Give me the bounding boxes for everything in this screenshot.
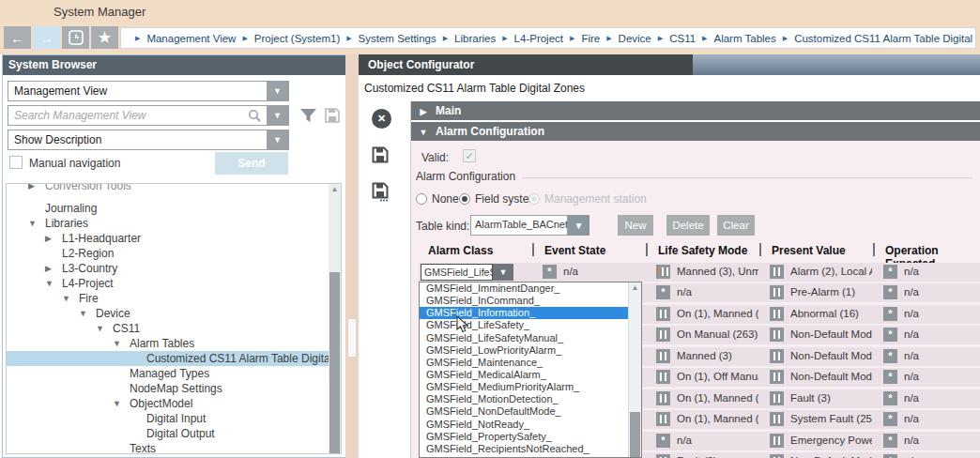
alarm-class-dropdown-button[interactable]: ▼ <box>493 264 513 281</box>
forward-button[interactable]: → <box>33 26 60 49</box>
asterisk-glyph: * <box>888 349 892 363</box>
radio-field-system[interactable] <box>459 193 470 205</box>
chevron-expanded-icon[interactable]: ▼ <box>113 396 121 411</box>
chevron-expanded-icon[interactable]: ▼ <box>113 336 121 351</box>
send-button[interactable]: Send <box>215 152 288 175</box>
breadcrumb-item[interactable]: Device <box>619 33 651 44</box>
chevron-expanded-icon[interactable]: ▼ <box>45 276 54 291</box>
dropdown-item[interactable]: GMSField_LowPriorityAlarm_ <box>420 344 641 357</box>
column-header[interactable]: Life Safety Mode <box>658 244 747 257</box>
breadcrumb-separator-icon: ▶ <box>702 35 707 42</box>
scroll-up-icon[interactable]: ▲ <box>629 282 641 294</box>
dropdown-item[interactable]: GMSField_MotionDetection_ <box>420 393 641 405</box>
radio-none[interactable] <box>416 193 427 205</box>
dropdown-scrollbar[interactable]: ▲ <box>628 282 641 457</box>
save-button[interactable] <box>371 145 390 164</box>
breadcrumb-item[interactable]: System Settings <box>359 33 436 44</box>
tree-item[interactable]: Texts <box>7 441 341 454</box>
tree-item[interactable]: Digital Input <box>7 411 341 426</box>
breadcrumb-item[interactable]: Management View <box>146 33 236 44</box>
dropdown-item[interactable]: GMSField_Information_ <box>420 307 641 319</box>
search-input[interactable]: Search Management View ▼ <box>8 105 289 126</box>
dropdown-item[interactable]: GMSField_Maintenance_ <box>420 357 641 369</box>
tree-item[interactable]: ▼Device <box>7 306 341 321</box>
tree-item[interactable]: ▼Fire <box>7 291 341 306</box>
chevron-collapsed-icon[interactable]: ▶ <box>28 183 35 193</box>
favorites-button[interactable]: ★ <box>91 26 118 49</box>
tree-item[interactable]: Managed Types <box>7 366 341 381</box>
breadcrumb-item[interactable]: Alarm Tables <box>713 33 775 44</box>
status-badge: * <box>656 434 670 448</box>
dropdown-item[interactable]: GMSField_PropertySafety_ <box>420 431 641 443</box>
filter-icon[interactable] <box>299 107 317 124</box>
splitter-grip[interactable] <box>348 319 356 357</box>
dropdown-item[interactable]: GMSField_ImminentDanger_ <box>420 282 641 295</box>
section-alarm-configuration[interactable]: ▼Alarm Configuration <box>411 122 980 141</box>
table-kind-dropdown-button[interactable]: ▼ <box>568 215 590 236</box>
dropdown-scrollbar-thumb[interactable] <box>630 412 640 458</box>
tree-item[interactable]: ▶Conversion Tools <box>7 183 341 193</box>
description-selector[interactable]: Show Description ▼ <box>8 130 289 150</box>
tree-scrollbar-thumb[interactable] <box>329 272 340 453</box>
new-button[interactable]: New <box>618 215 653 236</box>
scroll-up-icon[interactable]: ▲ <box>329 184 341 195</box>
chevron-expanded-icon[interactable]: ▼ <box>79 306 87 321</box>
manual-navigation-checkbox[interactable] <box>9 156 23 169</box>
section-main[interactable]: ▶Main <box>411 101 980 120</box>
valid-checkbox[interactable]: ✓ <box>463 149 476 162</box>
discard-button[interactable]: ✕ <box>372 109 391 129</box>
breadcrumb-item[interactable]: Fire <box>581 33 600 44</box>
tree-item[interactable]: NodeMap Settings <box>7 381 341 396</box>
dropdown-item[interactable]: GMSField_InCommand_ <box>420 295 641 307</box>
breadcrumb-item[interactable]: Project (System1) <box>254 33 340 44</box>
history-button[interactable] <box>62 26 89 49</box>
breadcrumb-item[interactable]: Customized CS11 Alarm Table Digital Zone… <box>794 33 976 44</box>
column-header[interactable]: Present Value <box>772 244 846 257</box>
tree-item[interactable]: ▼Alarm Tables <box>7 336 341 351</box>
chevron-collapsed-icon[interactable]: ▶ <box>45 261 52 276</box>
object-configurator-tab[interactable]: Object Configurator <box>359 54 693 75</box>
tree-item[interactable]: ▼L4-Project <box>7 276 341 291</box>
dropdown-item[interactable]: GMSField_LifeSafetyManual_ <box>420 332 641 344</box>
dropdown-item[interactable]: GMSField_MedicalAlarm_ <box>420 369 641 381</box>
dropdown-item[interactable]: GMSField_LifeSafety_ <box>420 319 641 331</box>
chevron-expanded-icon[interactable]: ▼ <box>28 216 37 231</box>
chevron-collapsed-icon[interactable]: ▶ <box>45 231 52 246</box>
chevron-down-icon[interactable]: ▼ <box>267 82 288 100</box>
tree-item[interactable]: Customized CS11 Alarm Table Digital Zone… <box>7 351 341 366</box>
save-as-button[interactable] <box>371 181 390 202</box>
clear-button[interactable]: Clear <box>717 215 755 236</box>
radio-dot <box>462 196 467 202</box>
save-filter-icon[interactable] <box>324 107 341 124</box>
tree-item[interactable]: L2-Region <box>7 246 341 261</box>
panel-splitter[interactable] <box>345 54 359 458</box>
breadcrumb-item[interactable]: Libraries <box>454 33 496 44</box>
tree-item[interactable]: ▼CS11 <box>7 321 341 336</box>
back-button[interactable]: ← <box>4 26 31 49</box>
delete-button[interactable]: Delete <box>666 215 710 236</box>
status-badge <box>770 349 784 363</box>
chevron-expanded-icon[interactable]: ▼ <box>62 291 70 306</box>
breadcrumb-item[interactable]: L4-Project <box>514 33 563 44</box>
column-header[interactable]: Event State <box>544 244 605 257</box>
chevron-expanded-icon[interactable]: ▼ <box>96 321 104 336</box>
chevron-down-icon[interactable]: ▼ <box>267 106 288 125</box>
dropdown-item[interactable]: GMSField_NonDefaultMode_ <box>420 405 641 418</box>
tree-item[interactable]: ▶L3-Country <box>7 261 341 276</box>
tree-item[interactable]: ▼ObjectModel <box>7 396 341 411</box>
tree-item[interactable]: Journaling <box>7 201 341 216</box>
tree-scrollbar[interactable]: ▲ <box>329 184 341 453</box>
dropdown-item[interactable]: GMSField_MediumPriorityAlarm_ <box>420 381 641 393</box>
tree-item[interactable]: ▶L1-Headquarter <box>7 231 341 246</box>
alarm-class-combo[interactable]: GMSField_LifeSafe <box>421 264 493 281</box>
column-header[interactable]: Alarm Class <box>428 244 493 257</box>
tree-item[interactable]: Digital Output <box>7 426 341 441</box>
table-row[interactable]: *n/a!Manned (3), UnmaAlarm (2), Local Al… <box>419 263 980 282</box>
dropdown-item[interactable]: GMSField_NotReady_ <box>420 419 641 431</box>
breadcrumb-item[interactable]: CS11 <box>669 33 696 44</box>
tree-item[interactable]: ▼Libraries <box>7 216 341 231</box>
dropdown-item[interactable]: GMSField_RecipientsNotReached_ <box>420 443 641 455</box>
chevron-down-icon[interactable]: ▼ <box>267 130 288 149</box>
table-kind-selector[interactable]: AlarmTable_BACnet_FS20 <box>470 215 568 236</box>
view-selector[interactable]: Management View ▼ <box>8 81 289 101</box>
